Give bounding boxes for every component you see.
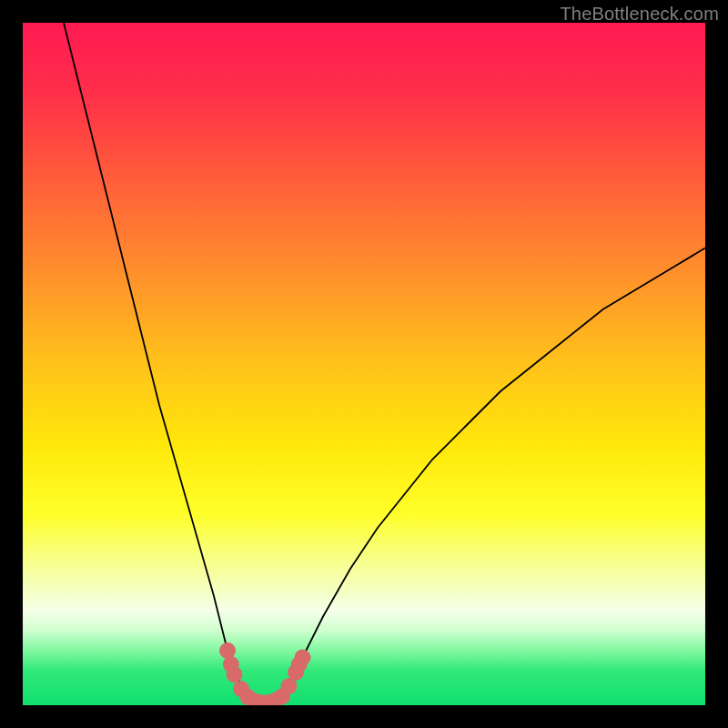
sweet-spot-marker	[295, 650, 311, 666]
watermark-label: TheBottleneck.com	[560, 4, 719, 25]
bottleneck-chart	[23, 23, 705, 705]
sweet-spot-marker	[227, 666, 243, 682]
plot-area	[23, 23, 705, 705]
gradient-background	[23, 23, 705, 705]
sweet-spot-marker	[219, 642, 236, 659]
chart-frame: TheBottleneck.com	[0, 0, 728, 728]
